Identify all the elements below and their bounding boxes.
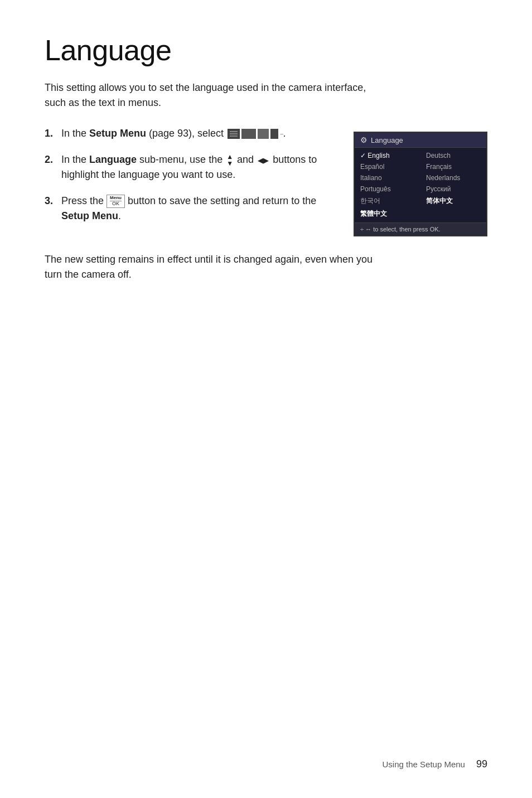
icon-rect2 <box>258 129 269 139</box>
menu-ok-button-icon: Menu OK <box>107 195 125 208</box>
setup-menu-icons: ··· <box>228 129 283 139</box>
footer-label: Using the Setup Menu <box>383 760 465 769</box>
step-2: 2. In the Language sub-menu, use the ▲ ▼… <box>45 152 342 182</box>
step-3-number: 3. <box>45 194 61 224</box>
intro-paragraph: This setting allows you to set the langu… <box>45 80 379 110</box>
footer-note: The new setting remains in effect until … <box>45 252 390 282</box>
lang-francais: Français <box>420 161 486 172</box>
language-menu-screenshot: ⚙ Language English Deutsch Español Franç… <box>354 132 487 236</box>
step-1: 1. In the Setup Menu (page 93), select ·… <box>45 126 342 141</box>
icon-rect1 <box>241 129 256 139</box>
lang-italiano: Italiano <box>355 172 420 183</box>
lang-russian: Русский <box>420 183 486 195</box>
lang-espanol: Español <box>355 161 420 172</box>
step-2-text-after: sub-menu, use the <box>137 154 223 165</box>
step-3-text-after: button to save the setting and return to… <box>128 195 316 206</box>
left-right-arrows: ◀▶ <box>258 155 269 166</box>
up-down-arrows: ▲ ▼ <box>226 153 233 167</box>
lang-korean: 한국어 <box>355 195 420 207</box>
step-3: 3. Press the Menu OK button to save the … <box>45 194 342 224</box>
step-3-text-before: Press the <box>61 195 107 206</box>
lang-menu-footer: ÷ ↔ to select, then press OK. <box>355 223 486 235</box>
step-2-bold: Language <box>89 154 137 165</box>
lang-deutsch: Deutsch <box>420 150 486 161</box>
page-title: Language <box>45 33 487 67</box>
icon-grid <box>228 129 240 139</box>
step-3-punct: . <box>118 210 121 221</box>
step-1-text-after: (page 93), select <box>146 128 224 139</box>
step-1-number: 1. <box>45 126 61 141</box>
step-1-content: In the Setup Menu (page 93), select ··· … <box>61 126 342 141</box>
page-number: 99 <box>476 758 487 770</box>
lang-menu-body: English Deutsch Español Français Italian… <box>355 148 486 223</box>
step-3-content: Press the Menu OK button to save the set… <box>61 194 342 224</box>
step-2-and: and <box>237 154 257 165</box>
lang-nederlands: Nederlands <box>420 172 486 183</box>
lang-portugues: Português <box>355 183 420 195</box>
lang-english: English <box>355 150 420 161</box>
step-1-text-before: In the <box>61 128 89 139</box>
page-footer: Using the Setup Menu 99 <box>383 758 487 770</box>
icon-dots: ··· <box>280 130 283 138</box>
lang-header-title: Language <box>371 136 403 144</box>
steps-and-image: 1. In the Setup Menu (page 93), select ·… <box>45 126 487 236</box>
step-3-bold: Setup Menu <box>61 210 118 221</box>
lang-menu-header: ⚙ Language <box>355 133 486 148</box>
lang-empty <box>420 207 486 220</box>
step-2-text-before: In the <box>61 154 89 165</box>
step-1-bold: Setup Menu <box>89 128 146 139</box>
icon-tall <box>270 129 278 139</box>
step-2-number: 2. <box>45 152 61 182</box>
step-2-content: In the Language sub-menu, use the ▲ ▼ an… <box>61 152 342 182</box>
lang-simplified-chinese: 简体中文 <box>420 195 486 207</box>
lang-footer-text: ÷ ↔ to select, then press OK. <box>360 226 441 233</box>
lang-traditional-chinese: 繁體中文 <box>355 207 420 220</box>
lang-header-icon: ⚙ <box>360 136 367 144</box>
steps-list: 1. In the Setup Menu (page 93), select ·… <box>45 126 342 235</box>
